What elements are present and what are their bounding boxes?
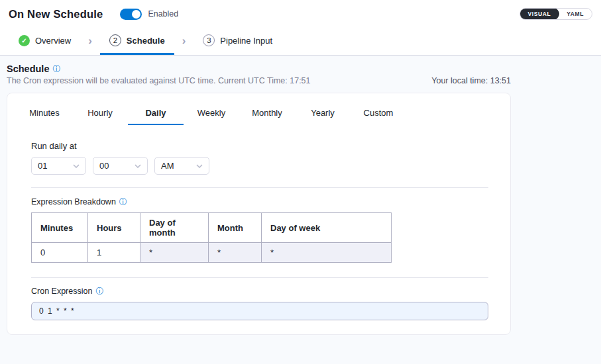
step-2-circle: 2	[109, 34, 121, 46]
tab-weekly[interactable]: Weekly	[184, 103, 239, 125]
col-day-of-week: Day of week	[262, 213, 392, 243]
step-pipeline-input-label: Pipeline Input	[220, 36, 272, 46]
step-pipeline-input[interactable]: 3 Pipeline Input	[193, 28, 282, 55]
minute-select[interactable]: 00	[93, 157, 148, 175]
divider	[31, 187, 488, 188]
trigger-wizard: On New Schedule Enabled VISUAL YAML ✓ Ov…	[0, 0, 601, 364]
tab-hourly[interactable]: Hourly	[72, 103, 128, 125]
tab-monthly[interactable]: Monthly	[239, 103, 295, 125]
meridiem-select[interactable]: AM	[154, 157, 209, 175]
wizard-stepper: ✓ Overview › 2 Schedule › 3 Pipeline Inp…	[0, 28, 601, 56]
col-hours: Hours	[88, 213, 140, 243]
enabled-toggle-label: Enabled	[148, 9, 178, 19]
chevron-down-icon	[196, 164, 203, 168]
visual-mode-button[interactable]: VISUAL	[519, 8, 560, 20]
col-day-of-month: Day of month	[140, 213, 209, 243]
hour-value: 01	[38, 161, 47, 171]
month-value: *	[209, 243, 262, 263]
view-mode-switch: VISUAL YAML	[519, 8, 592, 20]
enabled-toggle[interactable]	[120, 9, 142, 20]
schedule-card: Minutes Hourly Daily Weekly Monthly Year…	[7, 93, 511, 335]
info-icon[interactable]: ⓘ	[119, 198, 127, 206]
cron-expression-label: Cron Expression	[31, 287, 92, 296]
page-title: On New Schedule	[9, 8, 103, 21]
local-time: Your local time: 13:51	[431, 76, 511, 85]
hours-value: 1	[88, 243, 140, 263]
info-icon[interactable]: ⓘ	[95, 287, 103, 295]
table-value-row: 0 1 * * *	[32, 243, 392, 263]
tab-daily[interactable]: Daily	[128, 103, 184, 125]
run-daily-label: Run daily at	[31, 141, 488, 151]
chevron-right-icon: ›	[182, 28, 186, 55]
cron-expression-input[interactable]: 0 1 * * *	[31, 302, 488, 320]
chevron-down-icon	[73, 164, 80, 168]
yaml-mode-button[interactable]: YAML	[559, 9, 592, 19]
step-3-circle: 3	[203, 34, 215, 46]
step-schedule[interactable]: 2 Schedule	[100, 28, 174, 55]
check-circle-icon: ✓	[19, 35, 30, 46]
content-area: Schedule ⓘ The Cron expression will be e…	[0, 56, 601, 364]
time-selects: 01 00 AM	[31, 157, 488, 175]
day-of-week-value: *	[262, 243, 392, 263]
page-header: On New Schedule Enabled VISUAL YAML	[0, 0, 601, 28]
expression-breakdown-table: Minutes Hours Day of month Month Day of …	[31, 212, 392, 263]
hour-select[interactable]: 01	[31, 157, 86, 175]
schedule-heading: Schedule	[7, 64, 49, 74]
expression-breakdown-label: Expression Breakdown	[31, 197, 116, 206]
step-overview-label: Overview	[35, 36, 71, 46]
col-minutes: Minutes	[32, 213, 88, 243]
meridiem-value: AM	[161, 161, 174, 171]
schedule-type-tabs: Minutes Hourly Daily Weekly Monthly Year…	[17, 103, 488, 125]
step-overview[interactable]: ✓ Overview	[9, 28, 80, 55]
chevron-right-icon: ›	[88, 28, 92, 55]
minute-value: 00	[99, 161, 109, 171]
table-header-row: Minutes Hours Day of month Month Day of …	[32, 213, 392, 243]
utc-note: The Cron expression will be evaluated ag…	[7, 76, 311, 85]
chevron-down-icon	[135, 164, 141, 168]
day-of-month-value: *	[140, 243, 209, 263]
info-icon[interactable]: ⓘ	[52, 65, 60, 73]
tab-custom[interactable]: Custom	[351, 103, 406, 125]
toggle-knob	[132, 10, 140, 19]
divider	[31, 277, 488, 278]
minutes-value: 0	[32, 243, 88, 263]
tab-yearly[interactable]: Yearly	[295, 103, 351, 125]
tab-minutes[interactable]: Minutes	[17, 103, 72, 125]
col-month: Month	[209, 213, 262, 243]
step-schedule-label: Schedule	[127, 36, 165, 46]
